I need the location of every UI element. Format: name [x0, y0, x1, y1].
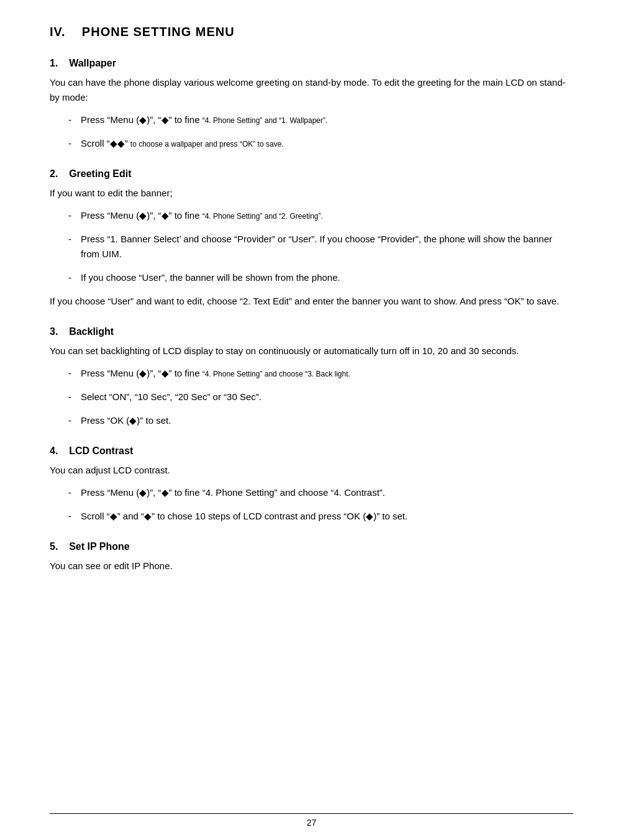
section-4-heading: 4. LCD Contrast [50, 445, 573, 457]
section-3-bullets: Press “Menu (◆)”, “◆” to fine “4. Phone … [68, 366, 573, 428]
section-1-heading: 1. Wallpaper [50, 58, 573, 69]
page-footer: 27 [50, 813, 573, 828]
section-5-heading: 5. Set IP Phone [50, 541, 573, 552]
list-item: Press “1. Banner Select’ and choose “Pro… [68, 232, 573, 262]
list-item: Press “Menu (◆)”, “◆” to fine “4. Phone … [68, 485, 573, 500]
page-title: IV. PHONE SETTING MENU [50, 25, 573, 39]
list-item: Press “Menu (◆)”, “◆” to fine “4. Phone … [68, 112, 573, 127]
section-5-intro: You can see or edit IP Phone. [50, 559, 573, 573]
section-4-bullets: Press “Menu (◆)”, “◆” to fine “4. Phone … [68, 485, 573, 524]
list-item: Scroll “◆” and “◆” to chose 10 steps of … [68, 509, 573, 524]
section-4-intro: You can adjust LCD contrast. [50, 463, 573, 478]
section-greeting-edit: 2. Greeting Edit If you want to edit the… [50, 168, 573, 309]
section-1-intro: You can have the phone display various w… [50, 75, 573, 105]
list-item: If you choose “User”, the banner will be… [68, 270, 573, 285]
list-item: Scroll “◆◆” to choose a wallpaper and pr… [68, 136, 573, 151]
section-set-ip-phone: 5. Set IP Phone You can see or edit IP P… [50, 541, 573, 573]
list-item: Press “Menu (◆)”, “◆” to fine “4. Phone … [68, 366, 573, 381]
list-item: Select “ON”, “10 Sec”, “20 Sec” or “30 S… [68, 390, 573, 404]
page-container: IV. PHONE SETTING MENU 1. Wallpaper You … [0, 0, 623, 840]
section-2-bullets: Press “Menu (◆)”, “◆” to fine “4. Phone … [68, 208, 573, 285]
section-2-intro: If you want to edit the banner; [50, 186, 573, 201]
section-2-outro: If you choose “User” and want to edit, c… [50, 294, 573, 309]
section-3-intro: You can set backlighting of LCD display … [50, 344, 573, 358]
section-1-bullets: Press “Menu (◆)”, “◆” to fine “4. Phone … [68, 112, 573, 151]
section-2-heading: 2. Greeting Edit [50, 168, 573, 180]
list-item: Press “OK (◆)” to set. [68, 413, 573, 428]
section-backlight: 3. Backlight You can set backlighting of… [50, 326, 573, 428]
section-wallpaper: 1. Wallpaper You can have the phone disp… [50, 58, 573, 151]
section-lcd-contrast: 4. LCD Contrast You can adjust LCD contr… [50, 445, 573, 524]
page-number: 27 [307, 818, 317, 828]
section-3-heading: 3. Backlight [50, 326, 573, 337]
list-item: Press “Menu (◆)”, “◆” to fine “4. Phone … [68, 208, 573, 223]
